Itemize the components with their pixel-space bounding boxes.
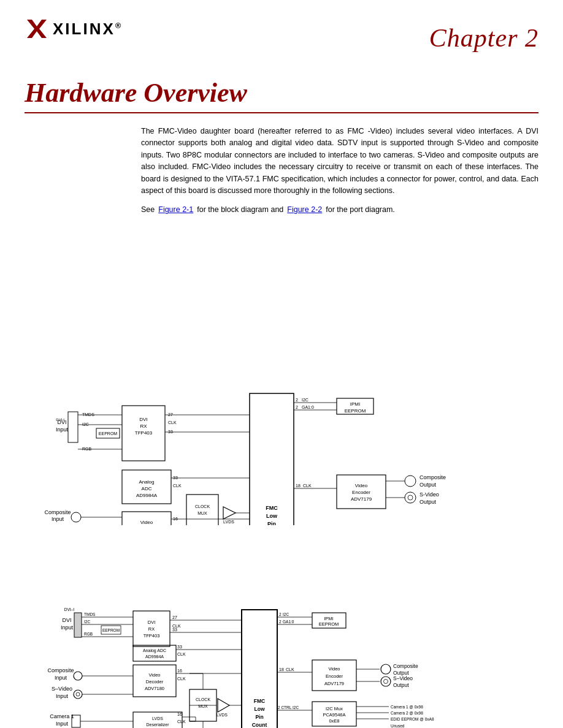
svg-text:MUX: MUX [198, 704, 208, 708]
svg-text:ADV7179: ADV7179 [351, 496, 372, 502]
svg-text:0xE8: 0xE8 [329, 718, 339, 724]
svg-text:Output: Output [419, 482, 437, 488]
svg-text:I2C: I2C [82, 422, 89, 427]
svg-rect-189 [133, 645, 176, 661]
svg-marker-231 [218, 699, 229, 712]
svg-text:Input: Input [61, 624, 74, 631]
fmc-block-diagram: DVI Input DVI–I TMDS I2C EEPROM RGB DVI … [30, 525, 533, 728]
svg-text:CLK: CLK [177, 677, 186, 681]
svg-text:GA1:0: GA1:0 [283, 620, 294, 624]
svg-text:CLK: CLK [303, 483, 312, 488]
svg-rect-3 [68, 412, 78, 442]
chapter-label: Chapter 2 [429, 17, 538, 53]
svg-text:Input: Input [56, 721, 69, 727]
svg-text:CLK: CLK [286, 667, 294, 672]
svg-text:Pin: Pin [267, 521, 276, 525]
svg-text:LVDS: LVDS [216, 713, 228, 717]
svg-point-263 [381, 664, 391, 674]
svg-text:Input: Input [56, 427, 69, 433]
svg-text:16: 16 [177, 712, 182, 716]
svg-point-267 [381, 677, 391, 686]
svg-text:TFP403: TFP403 [135, 430, 153, 436]
svg-text:Input: Input [52, 516, 64, 522]
svg-text:CLK: CLK [177, 652, 186, 656]
page-header: XILINX® Chapter 2 [0, 0, 563, 53]
block-diagram-svg: DVI Input DVI-I TMDS I2C EEPROM RGB DVI … [24, 225, 539, 525]
svg-text:MUX: MUX [197, 511, 207, 515]
svg-text:Composite: Composite [44, 509, 71, 515]
svg-text:FMC: FMC [254, 698, 265, 704]
after-text: for the port diagram. [326, 205, 395, 214]
svg-text:Camera 2 @ 0x98: Camera 2 @ 0x98 [391, 711, 423, 715]
svg-text:33: 33 [177, 645, 182, 649]
figure-2-2-link[interactable]: Figure 2-2 [287, 205, 322, 214]
svg-text:27: 27 [168, 412, 173, 417]
diagram-wrapper: DVI Input DVI–I TMDS I2C EEPROM RGB DVI … [30, 525, 533, 728]
svg-text:ADV7180: ADV7180 [145, 686, 164, 691]
svg-text:Low: Low [255, 706, 265, 712]
svg-text:DVI–I: DVI–I [64, 607, 74, 612]
svg-text:Video: Video [140, 520, 153, 525]
svg-text:2 CTRL I2C: 2 CTRL I2C [278, 705, 299, 710]
logo-registered: ® [115, 21, 123, 30]
block-diagram-container: DVI Input DVI-I TMDS I2C EEPROM RGB DVI … [12, 225, 551, 728]
svg-text:DVI: DVI [139, 417, 147, 422]
svg-text:Encoder: Encoder [352, 490, 370, 495]
svg-text:Pin: Pin [255, 714, 263, 720]
figure-reference-line: See Figure 2-1 for the block diagram and… [141, 205, 538, 214]
svg-text:Composite: Composite [47, 667, 74, 673]
svg-text:Video: Video [355, 483, 368, 488]
svg-text:2: 2 [279, 612, 282, 616]
svg-text:Encoder: Encoder [326, 673, 343, 679]
main-content: The FMC-Video daughter board (hereafter … [0, 113, 563, 214]
see-label: See [141, 205, 155, 214]
svg-text:DVI-I: DVI-I [56, 418, 64, 422]
svg-point-268 [384, 680, 388, 684]
svg-text:CLOCK: CLOCK [195, 504, 210, 509]
svg-text:AD9984A: AD9984A [136, 493, 158, 498]
between-text: for the block diagram and [197, 205, 283, 214]
svg-text:RGB: RGB [84, 632, 93, 636]
svg-text:TMDS: TMDS [84, 612, 96, 616]
svg-text:S–Video: S–Video [52, 686, 72, 692]
svg-text:18: 18 [279, 667, 284, 672]
page-title: Hardware Overview [25, 77, 538, 108]
svg-text:I2C Mux: I2C Mux [326, 706, 343, 711]
intro-paragraph: The FMC-Video daughter board (hereafter … [141, 126, 538, 197]
svg-marker-0 [27, 20, 47, 38]
svg-point-31 [71, 512, 81, 522]
svg-text:Analog: Analog [139, 479, 155, 485]
svg-point-179 [74, 690, 82, 699]
svg-text:RX: RX [148, 626, 155, 632]
svg-point-104 [405, 476, 416, 487]
svg-text:2: 2 [296, 405, 298, 409]
svg-text:FMC: FMC [266, 505, 278, 511]
svg-text:EEPROM: EEPROM [319, 621, 339, 627]
svg-text:CLK: CLK [173, 483, 182, 488]
svg-text:DVI: DVI [62, 617, 71, 623]
svg-text:CLK: CLK [168, 420, 177, 425]
svg-text:27: 27 [172, 615, 177, 620]
svg-text:IPMI: IPMI [324, 616, 333, 621]
svg-text:EEPROM: EEPROM [102, 628, 120, 632]
svg-text:EDID EEPROM @ 0xA8: EDID EEPROM @ 0xA8 [391, 717, 434, 721]
svg-point-108 [405, 492, 416, 503]
xilinx-logo: XILINX® [25, 17, 123, 40]
svg-text:PCA9546A: PCA9546A [323, 712, 345, 718]
svg-text:Video: Video [148, 672, 160, 678]
svg-text:Composite: Composite [393, 663, 418, 669]
svg-text:Camera 1 @ 0x98: Camera 1 @ 0x98 [391, 705, 423, 709]
svg-text:Input: Input [55, 675, 67, 681]
svg-rect-70 [186, 495, 218, 525]
svg-text:33: 33 [168, 430, 173, 434]
figure-2-1-link[interactable]: Figure 2-1 [158, 205, 193, 214]
svg-text:CLK: CLK [177, 719, 186, 724]
svg-text:TMDS: TMDS [82, 412, 94, 417]
svg-point-175 [74, 672, 82, 680]
svg-text:16: 16 [177, 669, 182, 673]
svg-text:Unused: Unused [391, 724, 405, 728]
svg-text:EEPROM: EEPROM [99, 431, 118, 436]
svg-text:Composite: Composite [419, 474, 446, 480]
svg-text:CLOCK: CLOCK [196, 697, 210, 702]
svg-text:LVDS: LVDS [152, 716, 163, 721]
